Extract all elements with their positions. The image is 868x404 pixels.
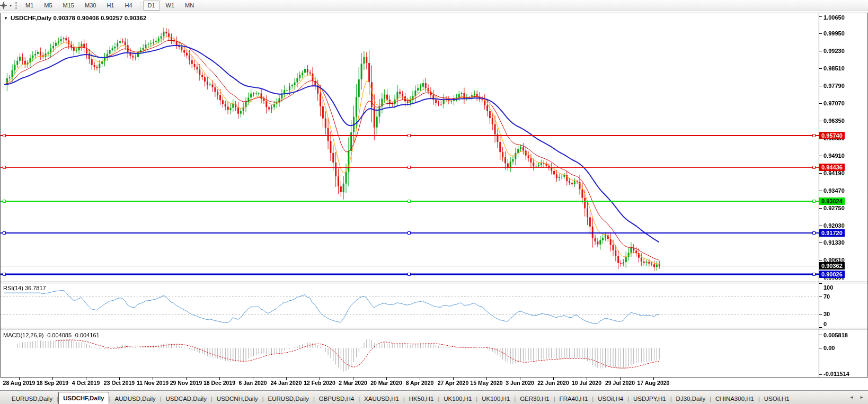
chart-tab-eurusd-daily[interactable]: EURUSD,Daily	[7, 393, 57, 404]
rsi-axis-tick: 0	[823, 321, 827, 327]
rsi-axis-tick: 70	[823, 293, 830, 300]
time-axis-label: 16 Sep 2019	[37, 380, 68, 386]
price-axis-tick: 0.96350	[823, 118, 845, 124]
rsi-axis-tick: 30	[823, 311, 830, 317]
chart-tab-xauusd-h1[interactable]: XAUUSD,H1	[360, 393, 403, 404]
chart-tab-china300-h1[interactable]: CHINA300,H1	[711, 393, 758, 404]
price-axis-tick: 0.97790	[823, 83, 845, 89]
tab-scroll-right-icon[interactable]: ►	[857, 392, 866, 403]
chart-tab-uk100-h1[interactable]: UK100,H1	[477, 393, 514, 404]
time-axis-label: 3 Jun 2020	[506, 380, 534, 386]
price-axis-tick: 0.93470	[823, 187, 845, 194]
time-axis-label: 24 Jan 2020	[271, 380, 302, 386]
price-level-badge-0.91720: 0.91720	[819, 229, 845, 237]
chart-tabbar: EURUSD,Daily|USDCHF,Daily|AUDUSD,Daily|U…	[0, 390, 868, 404]
price-axis-tick: 0.99950	[823, 30, 845, 37]
chart-tab-usdcad-daily[interactable]: USDCAD,Daily	[162, 393, 211, 404]
time-axis-label: 15 May 2020	[470, 380, 502, 386]
chart-tab-uk100-h1[interactable]: UK100,H1	[439, 393, 476, 404]
crosshair-tool-icon[interactable]	[0, 1, 8, 10]
time-axis-label: 11 Nov 2019	[137, 380, 169, 386]
tab-scroll-left-icon[interactable]: ◄	[847, 392, 856, 403]
chart-tab-gbpusd-h4[interactable]: GBPUSD,H4	[315, 393, 358, 404]
time-axis-label: 22 Jun 2020	[537, 380, 569, 386]
rsi-axis-tick: 100	[823, 284, 833, 291]
price-axis-tick: 1.00650	[823, 14, 845, 21]
price-level-badge-0.95740: 0.95740	[819, 132, 845, 139]
timeframe-button-h4[interactable]: H4	[120, 1, 137, 11]
timeframe-button-m1[interactable]: M1	[21, 1, 38, 11]
chart-tab-ger30-h1[interactable]: GER30,H1	[516, 393, 554, 404]
time-axis-label: 18 Dec 2019	[203, 380, 235, 386]
chart-tab-fra40-h1[interactable]: FRA40,H1	[555, 393, 592, 404]
time-axis-label: 27 Apr 2020	[438, 380, 469, 386]
price-axis-tick: 0.99230	[823, 48, 845, 54]
price-chart-canvas[interactable]	[0, 0, 868, 404]
time-axis-label: 2 Mar 2020	[339, 380, 367, 386]
timeframe-button-m15[interactable]: M15	[58, 1, 79, 11]
price-level-badge-0.93024: 0.93024	[819, 197, 845, 205]
timeframe-button-d1[interactable]: D1	[143, 1, 160, 11]
macd-label: MACD(12,26,9) -0.004085 -0.004161	[3, 332, 100, 338]
chart-tab-usdjpy-h1[interactable]: USDJPY,H1	[629, 393, 670, 404]
time-axis-label: 4 Oct 2019	[72, 380, 100, 386]
chart-title: ▼ USDCHF,Daily 0.90378 0.90406 0.90257 0…	[4, 15, 146, 21]
price-axis-tick: 0.94190	[823, 170, 845, 176]
time-axis-label: 8 Apr 2020	[406, 380, 434, 386]
timeframe-button-m30[interactable]: M30	[80, 1, 101, 11]
time-axis-label: 20 Mar 2020	[370, 380, 402, 386]
price-level-badge-0.90026: 0.90026	[819, 271, 845, 278]
time-axis-label: 28 Aug 2019	[3, 380, 36, 386]
chart-tab-usdchf-daily[interactable]: USDCHF,Daily	[58, 392, 109, 404]
chart-tab-hk50-h1[interactable]: HK50,H1	[405, 393, 438, 404]
timeframe-toolbar: ▾ M1M5M15M30H1H4D1W1MN	[0, 0, 868, 11]
toolbar-separator	[140, 2, 140, 10]
toolbar-grip[interactable]	[15, 2, 17, 9]
time-axis-label: 17 Aug 2020	[637, 380, 670, 386]
chart-tabs: EURUSD,Daily|USDCHF,Daily|AUDUSD,Daily|U…	[7, 391, 845, 404]
price-axis-tick: 0.98510	[823, 65, 845, 71]
chart-tab-usoil-h4[interactable]: USOil,H4	[594, 393, 627, 404]
current-price-badge: 0.90362	[819, 262, 845, 270]
chart-tab-usoil-h1[interactable]: USOil,H1	[760, 393, 794, 404]
chart-title-text: USDCHF,Daily 0.90378 0.90406 0.90257 0.9…	[11, 15, 146, 21]
timeframe-button-h1[interactable]: H1	[102, 1, 119, 11]
macd-axis-tick: 0.005818	[823, 332, 848, 338]
chart-tab-eurusd-daily[interactable]: EURUSD,Daily	[264, 393, 313, 404]
timeframe-button-w1[interactable]: W1	[161, 1, 180, 11]
collapse-arrow-icon[interactable]: ▼	[4, 16, 8, 21]
macd-axis-tick: 0.00	[823, 345, 835, 351]
price-axis-tick: 0.97070	[823, 100, 845, 106]
time-axis-label: 12 Feb 2020	[304, 380, 335, 386]
time-axis-label: 29 Jul 2020	[605, 380, 635, 386]
tool-dropdown-caret[interactable]: ▾	[8, 3, 13, 8]
price-axis-tick: 0.92030	[823, 222, 845, 229]
time-axis-label: 10 Jul 2020	[572, 380, 601, 386]
timeframe-button-m5[interactable]: M5	[39, 1, 57, 11]
time-axis-label: 23 Oct 2019	[104, 380, 135, 386]
rsi-label: RSI(14) 36.7817	[3, 285, 46, 291]
time-axis-label: 29 Nov 2019	[170, 380, 202, 386]
price-level-badge-0.94436: 0.94436	[819, 164, 845, 171]
timeframe-buttons: M1M5M15M30H1H4D1W1MN	[20, 1, 199, 11]
price-axis-tick: 0.94910	[823, 152, 845, 159]
price-axis-tick: 0.92750	[823, 205, 845, 211]
chart-tab-usdcnh-daily[interactable]: USDCNH,Daily	[212, 393, 262, 404]
time-axis-label: 6 Jan 2020	[238, 380, 267, 386]
macd-axis-tick: -0.011514	[823, 371, 849, 377]
chart-tab-dj30-daily[interactable]: DJ30,Daily	[672, 393, 710, 404]
timeframe-button-mn[interactable]: MN	[180, 1, 199, 11]
price-axis-tick: 0.91330	[823, 239, 845, 246]
chart-tab-audusd-daily[interactable]: AUDUSD,Daily	[110, 393, 160, 404]
tab-scroll-controls: ◄ ►	[845, 391, 868, 404]
